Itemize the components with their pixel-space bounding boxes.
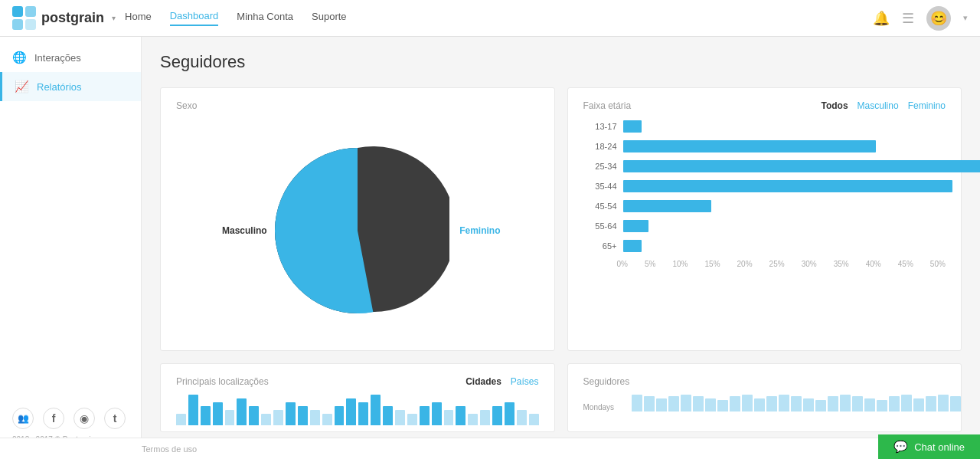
bar-track xyxy=(623,220,940,232)
faixa-etaria-card: Faixa etária Todos Masculino Feminino 13… xyxy=(567,87,962,351)
sidebar-nav: 🌐 Interações 📈 Relatórios xyxy=(0,37,141,101)
axis-30: 30% xyxy=(802,260,817,268)
list-item xyxy=(273,410,283,425)
axis-20: 20% xyxy=(737,260,753,268)
bar-track xyxy=(623,160,940,172)
sidebar-item-relatorios[interactable]: 📈 Relatórios xyxy=(0,72,141,101)
main-content: Seguidores Sexo Masculino xyxy=(142,37,980,459)
list-item xyxy=(213,402,223,425)
list-item xyxy=(188,395,198,425)
list-item xyxy=(852,396,863,411)
svg-rect-1 xyxy=(25,6,36,17)
logo-area[interactable]: postgrain ▾ xyxy=(12,6,116,31)
filter-masculino[interactable]: Masculino xyxy=(858,100,899,111)
bar-fill xyxy=(623,180,952,192)
list-item xyxy=(877,400,887,411)
list-item xyxy=(864,398,875,412)
bar-track xyxy=(623,180,940,192)
list-item xyxy=(742,395,753,411)
bar-label: 45-54 xyxy=(590,202,617,211)
menu-icon[interactable]: ☰ xyxy=(902,10,914,27)
list-item xyxy=(754,398,765,412)
nav-suporte[interactable]: Suporte xyxy=(312,11,347,25)
nav-home[interactable]: Home xyxy=(125,11,152,25)
bar-fill xyxy=(623,200,712,212)
chat-button[interactable]: 💬 Chat online xyxy=(878,434,980,459)
list-item xyxy=(656,398,667,412)
axis-25: 25% xyxy=(769,260,785,268)
list-item xyxy=(480,410,490,425)
list-item xyxy=(529,414,539,425)
filter-paises[interactable]: Países xyxy=(511,376,539,387)
filter-feminino[interactable]: Feminino xyxy=(908,100,946,111)
bar-row: 35-44 xyxy=(590,180,940,192)
list-item xyxy=(791,396,802,411)
avatar[interactable]: 😊 xyxy=(926,6,951,31)
filter-todos[interactable]: Todos xyxy=(822,100,848,111)
twitter-icon[interactable]: t xyxy=(104,408,126,429)
logo-icon xyxy=(12,6,37,31)
list-item xyxy=(815,400,826,411)
list-item xyxy=(395,410,405,425)
axis-15: 15% xyxy=(705,260,720,268)
list-item xyxy=(705,398,716,412)
bar-row: 13-17 xyxy=(590,120,940,133)
list-item xyxy=(456,406,466,425)
bell-icon[interactable]: 🔔 xyxy=(873,10,890,27)
list-item xyxy=(432,402,442,425)
charts-row: Sexo Masculino xyxy=(160,87,962,351)
list-item xyxy=(444,410,454,425)
sidebar-item-interacoes-label: Interações xyxy=(34,52,81,64)
bar-row: 18-24 xyxy=(590,140,940,152)
list-item xyxy=(913,398,924,412)
nav-minha-conta[interactable]: Minha Conta xyxy=(237,11,293,25)
filter-cidades[interactable]: Cidades xyxy=(466,376,501,387)
nav-dashboard[interactable]: Dashboard xyxy=(170,10,219,26)
group-social-icon[interactable]: 👥 xyxy=(12,408,34,429)
list-item xyxy=(335,406,345,425)
list-item xyxy=(668,396,679,411)
list-item xyxy=(901,395,912,411)
facebook-icon[interactable]: f xyxy=(43,408,64,429)
list-item xyxy=(803,398,814,412)
svg-rect-0 xyxy=(12,6,23,17)
bar-row: 55-64 xyxy=(590,220,940,232)
logo-text: postgrain xyxy=(41,10,104,26)
localizacoes-filter: Cidades Países xyxy=(466,376,538,387)
bar-track xyxy=(623,200,940,212)
sidebar-social: 👥 f ◉ t xyxy=(12,408,129,429)
faixa-etaria-filter: Todos Masculino Feminino xyxy=(822,100,946,111)
localizacoes-label: Principais localizações xyxy=(176,376,269,387)
logo-dropdown-arrow[interactable]: ▾ xyxy=(112,14,116,22)
bar-row: 25-34 xyxy=(590,160,940,172)
list-item xyxy=(201,406,211,425)
mini-bars xyxy=(632,395,962,411)
bar-label: 18-24 xyxy=(590,142,617,151)
bar-axis: 0% 5% 10% 15% 20% 25% 30% 35% 40% 45% 50… xyxy=(583,260,946,268)
instagram-icon[interactable]: ◉ xyxy=(74,408,95,429)
axis-35: 35% xyxy=(834,260,849,268)
list-item xyxy=(517,410,527,425)
list-item xyxy=(237,398,247,425)
list-item xyxy=(346,398,356,425)
list-item xyxy=(286,402,296,425)
bar-label: 65+ xyxy=(590,241,617,251)
axis-5: 5% xyxy=(645,260,655,268)
list-item xyxy=(693,396,704,411)
sidebar-item-interacoes[interactable]: 🌐 Interações xyxy=(0,43,141,72)
list-item xyxy=(717,400,728,411)
list-item xyxy=(310,410,320,425)
list-item xyxy=(828,396,838,411)
list-item xyxy=(889,396,900,411)
chat-label: Chat online xyxy=(914,441,965,453)
axis-45: 45% xyxy=(898,260,913,268)
bar-label: 25-34 xyxy=(590,162,617,171)
masculino-legend: Masculino xyxy=(222,225,267,236)
localizacoes-header: Principais localizações Cidades Países xyxy=(176,376,539,387)
sidebar-item-relatorios-label: Relatórios xyxy=(37,81,82,93)
localizacoes-card: Principais localizações Cidades Países xyxy=(160,363,555,432)
header-dropdown-arrow[interactable]: ▾ xyxy=(963,13,968,23)
layout: 🌐 Interações 📈 Relatórios 👥 f ◉ t 2013 ·… xyxy=(0,37,980,459)
seguidores-bottom-card: Seguidores Mondays xyxy=(567,363,962,432)
footer-terms[interactable]: Termos de uso xyxy=(142,444,197,454)
